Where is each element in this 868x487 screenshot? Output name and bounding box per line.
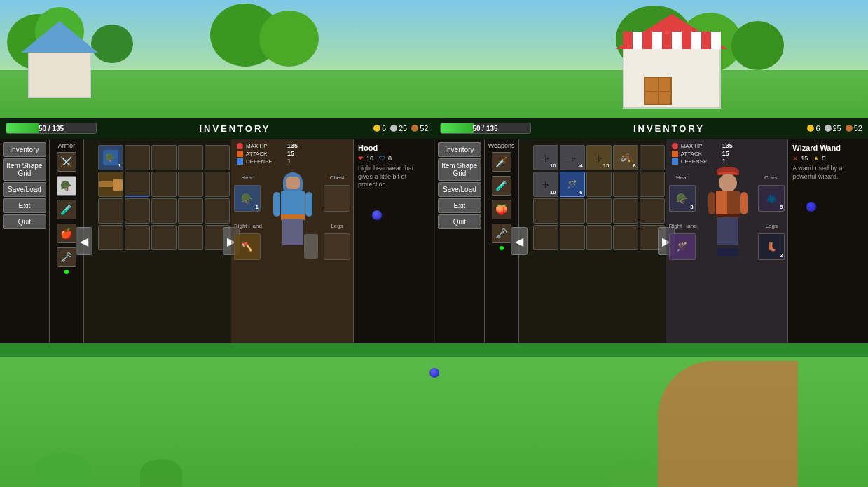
silver-coin-right [825, 125, 832, 132]
grid-cell-left-0-3[interactable] [98, 225, 123, 250]
legs-slot-left[interactable] [324, 233, 350, 260]
stat-def-right: DEFENSE 1 [672, 158, 783, 165]
grid-cell-left-3-0[interactable] [178, 145, 203, 170]
hp-stat-value-right: 135 [722, 142, 733, 149]
hud-right: 50 / 135 INVENTORY 6 25 52 [434, 123, 869, 134]
item-stats-row-left: ❤ 10 🛡 8 [358, 155, 429, 162]
currencies-left: 6 25 52 [373, 124, 429, 132]
center-ball [429, 368, 439, 378]
grid-cell-right-0-1[interactable]: ⚔ 10 [533, 172, 558, 197]
btn-save-load-right[interactable]: Save/Load [438, 182, 481, 197]
item-stat1-val-left: 10 [366, 155, 373, 162]
grid-cell-right-0-0[interactable]: ⚔ 10 [533, 145, 558, 170]
grid-cell-left-3-2[interactable] [178, 198, 203, 224]
btn-exit-left[interactable]: Exit [3, 198, 46, 213]
grid-cell-left-0-2[interactable] [98, 198, 123, 224]
grid-prev-right[interactable]: ◀ [511, 227, 528, 255]
silver-coin-left [390, 125, 397, 132]
grid-cell-right-2-2[interactable] [586, 198, 612, 224]
stats-right: MAX HP 135 ATTACK 15 DEFENSE 1 [666, 139, 788, 167]
grid-cell-right-2-0[interactable]: ⚔ 15 [586, 145, 612, 170]
chest-slot-right[interactable]: 🧥 5 [758, 185, 785, 212]
grid-cell-left-2-1[interactable] [151, 172, 177, 197]
grid-cell-left-2-3[interactable] [151, 225, 177, 250]
grid-cell-right-3-1[interactable] [613, 172, 638, 197]
item-stat1-icon-right: ⚔ [792, 155, 798, 162]
currency-gold-left: 6 [373, 124, 386, 132]
right-sidebar: Inventory Item Shape Grid Save/Load Exit… [435, 139, 485, 343]
grid-cell-left-2-2[interactable] [151, 198, 177, 224]
legs-item-icon-right: 👢 [766, 242, 777, 252]
key-icon-left: 🗝️ [57, 247, 76, 267]
grid-cell-right-0-2[interactable] [533, 198, 558, 224]
grid-cell-left-1-1[interactable] [125, 172, 150, 197]
btn-quit-right[interactable]: Quit [438, 214, 481, 229]
bronze-amount-left: 52 [420, 124, 428, 132]
inventory-grid-left: 🪖 1 [98, 145, 217, 250]
grid-cell-left-2-0[interactable] [151, 145, 177, 170]
grid-cell-left-4-2[interactable] [205, 198, 230, 224]
grid-cell-right-1-2[interactable] [560, 198, 585, 224]
def-stat-value-right: 1 [722, 158, 726, 165]
crate [644, 77, 672, 105]
grid-cell-right-3-0[interactable]: 🪃 6 [613, 145, 638, 170]
head-slot-left[interactable]: 🪖 1 [234, 185, 261, 212]
head-badge-right: 3 [690, 204, 693, 210]
grid-area-right: ◀ ⚔ 10 ⚔ 4 ⚔ 15 🪃 6 [519, 139, 666, 343]
grid-cell-right-3-2[interactable] [613, 198, 638, 224]
btn-inventory-left[interactable]: Inventory [3, 142, 46, 157]
grid-cell-right-0-3[interactable] [533, 225, 558, 250]
head-slot-right[interactable]: 🪖 3 [669, 185, 696, 212]
left-slots-right: Head 🪖 3 Right Hand 🪄 [669, 169, 697, 260]
stat-hp-right: MAX HP 135 [672, 142, 783, 149]
grid-cell-right-4-1[interactable] [640, 172, 665, 197]
grid-cell-right-1-3[interactable] [560, 225, 585, 250]
item-sword-r1: ⚔ [539, 152, 551, 163]
currency-silver-left: 25 [390, 124, 407, 132]
btn-exit-right[interactable]: Exit [438, 198, 481, 213]
grid-cell-left-4-1[interactable] [205, 172, 230, 197]
item-sword-r5: ⚔ [539, 179, 551, 190]
btn-save-load-left[interactable]: Save/Load [3, 182, 46, 197]
def-stat-label-left: DEFENSE [246, 158, 284, 165]
legs-slot-right[interactable]: 👢 2 [758, 233, 785, 260]
item-stat1-val-right: 15 [801, 155, 808, 162]
grid-cell-right-4-0[interactable] [640, 145, 665, 170]
btn-item-shape-grid-left[interactable]: Item Shape Grid [3, 158, 46, 181]
grid-cell-left-1-0[interactable] [125, 145, 150, 170]
character-display-left: MAX HP 135 ATTACK 15 DEFENSE 1 He [231, 139, 353, 343]
chest-label-left: Chest [324, 174, 350, 181]
grid-cell-right-1-1[interactable]: 🪄 6 [560, 172, 585, 197]
grid-cell-right-1-0[interactable]: ⚔ 4 [560, 145, 585, 170]
item-name-left: Hood [358, 144, 429, 152]
sword-icon-left: ⚔️ [57, 152, 76, 172]
grid-cell-left-3-3[interactable] [178, 225, 203, 250]
grid-cell-right-3-3[interactable] [613, 225, 638, 250]
item-hood-icon: 🪖 [103, 150, 118, 165]
ground-ball-right [806, 202, 816, 212]
currency-silver-right: 25 [825, 124, 841, 132]
hp-bar-left: 50 / 135 [6, 123, 97, 134]
char-face-left [286, 177, 300, 189]
btn-quit-left[interactable]: Quit [3, 214, 46, 229]
hp-text-right: 50 / 135 [441, 123, 530, 133]
grid-cell-left-1-3[interactable] [125, 225, 150, 250]
grid-cell-right-2-3[interactable] [586, 225, 612, 250]
grid-cell-right-2-1[interactable] [586, 172, 612, 197]
grid-cell-left-4-0[interactable] [205, 145, 230, 170]
grid-cell-left-3-1[interactable] [178, 172, 203, 197]
building-left [21, 21, 105, 98]
btn-item-shape-grid-right[interactable]: Item Shape Grid [438, 158, 481, 181]
grid-cell-left-1-2[interactable] [125, 198, 150, 224]
righthand-slot-right[interactable]: 🪄 [669, 233, 696, 260]
chest-slot-left[interactable] [324, 185, 350, 212]
grid-cell-left-0-0[interactable]: 🪖 1 [98, 145, 123, 170]
righthand-slot-left[interactable]: 🪓 [234, 233, 261, 260]
btn-inventory-right[interactable]: Inventory [438, 142, 481, 157]
grid-cell-left-0-1[interactable] [98, 172, 123, 197]
building-right [616, 18, 728, 109]
grid-cell-right-4-2[interactable] [640, 198, 665, 224]
item-shield-icon [113, 179, 123, 191]
grid-prev-left[interactable]: ◀ [76, 227, 92, 255]
grass-tuft-2 [140, 459, 182, 487]
